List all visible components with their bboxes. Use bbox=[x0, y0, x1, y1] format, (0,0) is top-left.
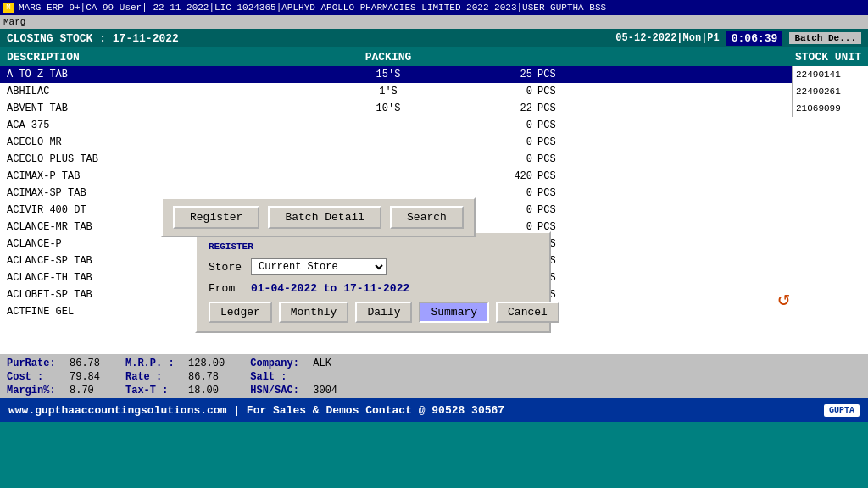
banner-text: www.gupthaaccountingsolutions.com | For … bbox=[8, 404, 504, 417]
row-stock: 0 bbox=[481, 119, 532, 131]
daily-button[interactable]: Daily bbox=[355, 302, 412, 323]
row-stock: 25 bbox=[481, 69, 532, 80]
table-row[interactable]: ACIMAX-P TAB 420 PCS bbox=[0, 168, 868, 185]
header: CLOSING STOCK : 17-11-2022 05-12-2022|Mo… bbox=[0, 29, 868, 47]
row-stock: 0 bbox=[481, 153, 532, 165]
row-unit: PCS bbox=[537, 221, 861, 233]
ledger-button[interactable]: Ledger bbox=[209, 302, 272, 323]
register-title: REGISTER bbox=[209, 241, 537, 252]
row-unit: PCS bbox=[537, 238, 861, 250]
cost-value: 79.84 bbox=[70, 371, 100, 383]
date-display: 05-12-2022|Mon|P1 bbox=[615, 32, 719, 44]
row-unit: PCS bbox=[537, 289, 861, 301]
row-stock: 0 bbox=[481, 187, 532, 199]
company-label: Company: bbox=[250, 358, 309, 369]
summary-button[interactable]: Summary bbox=[419, 302, 489, 323]
footer-stats: PurRate: 86.78 Cost : 79.84 Margin%: 8.7… bbox=[0, 354, 868, 398]
taxt-label: Tax-T : bbox=[125, 385, 185, 396]
row-unit: PCS bbox=[537, 272, 861, 284]
table-row[interactable]: ACECLO PLUS TAB 0 PCS bbox=[0, 151, 868, 168]
row-stock: 0 bbox=[481, 136, 532, 148]
register-action-buttons: Ledger Monthly Daily Summary Cancel bbox=[209, 302, 537, 323]
taxt-value: 18.00 bbox=[188, 385, 219, 396]
batch-det-label: Batch De... bbox=[789, 32, 861, 44]
hsn-label: HSN/SAC: bbox=[250, 385, 309, 396]
row-desc: ACA 375 bbox=[7, 119, 295, 131]
row-desc: ABVENT TAB bbox=[7, 103, 295, 114]
row-unit: PCS bbox=[537, 306, 861, 318]
hsn-value: 3004 bbox=[313, 385, 337, 396]
right-num-1: 22490141 bbox=[793, 66, 868, 83]
row-desc: A TO Z TAB bbox=[7, 69, 295, 80]
salt-label: Salt : bbox=[250, 371, 309, 383]
cancel-button[interactable]: Cancel bbox=[496, 302, 559, 323]
menu-bar[interactable]: Marg bbox=[0, 15, 868, 29]
table-row[interactable]: ABVENT TAB 10'S 22 PCS bbox=[0, 100, 868, 117]
row-stock: 0 bbox=[481, 86, 532, 97]
stat-group-mid: M.R.P. : 128.00 Rate : 86.78 Tax-T : 18.… bbox=[125, 358, 225, 396]
row-pack: 10'S bbox=[295, 103, 481, 114]
row-unit: PCS bbox=[537, 204, 861, 216]
pur-rate-value: 86.78 bbox=[70, 358, 100, 369]
store-row: Store Current Store All Stores bbox=[209, 258, 537, 275]
row-unit: PCS bbox=[537, 136, 861, 148]
table-row[interactable]: A TO Z TAB 15'S 25 PCS bbox=[0, 66, 868, 83]
company-value: ALK bbox=[313, 358, 331, 369]
right-num-2: 22490261 bbox=[793, 83, 868, 100]
closing-stock-label: CLOSING STOCK : 17-11-2022 bbox=[7, 32, 179, 45]
row-stock: 0 bbox=[481, 204, 532, 216]
col-stock-unit: STOCK UNIT bbox=[481, 51, 861, 64]
register-button[interactable]: Register bbox=[173, 206, 259, 229]
row-desc: ABHILAC bbox=[7, 86, 295, 97]
rate-value: 86.78 bbox=[188, 371, 219, 383]
col-packing: PACKING bbox=[295, 51, 481, 64]
col-description: DESCRIPTION bbox=[7, 51, 295, 64]
popup-buttons-bar: Register Batch Detail Search bbox=[161, 197, 476, 237]
row-unit: PCS bbox=[537, 119, 861, 131]
cost-label: Cost : bbox=[7, 371, 66, 383]
pur-rate-label: PurRate: bbox=[7, 358, 66, 369]
clock-box: 0:06:39 bbox=[726, 31, 783, 46]
store-label: Store bbox=[209, 261, 251, 274]
mrp-value: 128.00 bbox=[188, 358, 225, 369]
from-label: From bbox=[209, 282, 251, 295]
date-row: From 01-04-2022 to 17-11-2022 bbox=[209, 282, 537, 295]
title-bar: M MARG ERP 9+|CA-99 User| 22-11-2022|LIC… bbox=[0, 0, 868, 15]
table-row[interactable]: ACECLO MR 0 PCS bbox=[0, 134, 868, 151]
search-button[interactable]: Search bbox=[390, 206, 464, 229]
row-stock: 420 bbox=[481, 170, 532, 182]
register-popup: REGISTER Store Current Store All Stores … bbox=[195, 231, 551, 333]
app-icon: M bbox=[3, 3, 14, 13]
store-select[interactable]: Current Store All Stores bbox=[251, 258, 387, 275]
stat-group-left: PurRate: 86.78 Cost : 79.84 Margin%: 8.7… bbox=[7, 358, 100, 396]
row-unit: PCS bbox=[537, 170, 861, 182]
bottom-banner: www.gupthaaccountingsolutions.com | For … bbox=[0, 398, 868, 422]
stat-group-right: Company: ALK Salt : HSN/SAC: 3004 bbox=[250, 358, 337, 396]
row-pack: 15'S bbox=[295, 69, 481, 80]
right-num-3: 21069099 bbox=[793, 100, 868, 117]
row-desc: ACECLO MR bbox=[7, 136, 295, 148]
title-text: MARG ERP 9+|CA-99 User| 22-11-2022|LIC-1… bbox=[19, 3, 606, 13]
right-panel: 22490141 22490261 21069099 bbox=[792, 66, 868, 117]
monthly-button[interactable]: Monthly bbox=[279, 302, 349, 323]
mrp-label: M.R.P. : bbox=[125, 358, 185, 369]
row-desc: ACECLO PLUS TAB bbox=[7, 153, 295, 165]
menu-marg[interactable]: Marg bbox=[3, 17, 25, 27]
scroll-indicator: ↺ bbox=[778, 286, 790, 311]
margin-value: 8.70 bbox=[70, 385, 94, 396]
margin-label: Margin%: bbox=[7, 385, 66, 396]
row-stock: 22 bbox=[481, 103, 532, 114]
table-row[interactable]: ACA 375 0 PCS bbox=[0, 117, 868, 134]
date-range: 01-04-2022 to 17-11-2022 bbox=[251, 282, 409, 295]
row-unit: PCS bbox=[537, 187, 861, 199]
banner-logo: GUPTA bbox=[824, 404, 860, 417]
stock-table: A TO Z TAB 15'S 25 PCS ABHILAC 1'S 0 PCS… bbox=[0, 66, 868, 354]
header-right: 05-12-2022|Mon|P1 0:06:39 Batch De... bbox=[615, 31, 861, 46]
batch-detail-button[interactable]: Batch Detail bbox=[268, 206, 381, 229]
row-desc: ACIMAX-P TAB bbox=[7, 170, 295, 182]
table-row[interactable]: ABHILAC 1'S 0 PCS bbox=[0, 83, 868, 100]
column-headers: DESCRIPTION PACKING STOCK UNIT bbox=[0, 47, 868, 66]
row-unit: PCS bbox=[537, 153, 861, 165]
row-pack: 1'S bbox=[295, 86, 481, 97]
row-unit: PCS bbox=[537, 255, 861, 267]
